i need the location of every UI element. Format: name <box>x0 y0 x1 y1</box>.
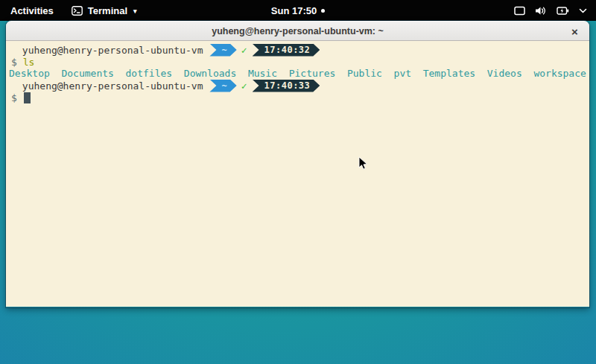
prompt-time-segment: 17:40:32 <box>253 44 320 57</box>
prompt-status-check-icon: ✓ <box>241 80 247 92</box>
chevron-down-icon <box>579 8 587 13</box>
command-line: $ ls <box>8 57 589 68</box>
text-cursor <box>24 92 31 103</box>
notification-dot-icon <box>321 9 325 13</box>
app-menu-terminal[interactable]: Terminal ▾ <box>64 0 145 21</box>
input-line[interactable]: $ <box>8 92 589 103</box>
prompt-status-check-icon: ✓ <box>241 45 247 56</box>
window-title: yuheng@henry-personal-ubuntu-vm: ~ <box>212 26 384 36</box>
app-menu-caret-icon: ▾ <box>133 7 137 15</box>
display-icon <box>514 6 525 16</box>
clock[interactable]: Sun 17:50 <box>271 5 317 16</box>
prompt-time-segment: 17:40:33 <box>253 80 320 92</box>
top-bar: Activities Terminal ▾ Sun 17:50 <box>0 0 596 21</box>
activities-button[interactable]: Activities <box>0 0 64 21</box>
command-text: ls <box>23 57 35 68</box>
mouse-pointer-icon <box>358 156 368 170</box>
close-button[interactable]: × <box>567 24 583 39</box>
terminal-icon <box>72 6 83 16</box>
prompt-line: yuheng@henry-personal-ubuntu-vm ~ ✓ 17:4… <box>8 79 589 92</box>
prompt-user-host: yuheng@henry-personal-ubuntu-vm <box>16 80 203 92</box>
app-menu-label: Terminal <box>88 5 127 16</box>
prompt-symbol: $ <box>11 92 17 103</box>
terminal-content[interactable]: yuheng@henry-personal-ubuntu-vm ~ ✓ 17:4… <box>6 41 589 307</box>
system-indicators[interactable] <box>514 0 596 21</box>
prompt-line: yuheng@henry-personal-ubuntu-vm ~ ✓ 17:4… <box>8 43 589 57</box>
directory-listing: Desktop Documents dotfiles Downloads Mus… <box>8 68 589 79</box>
prompt-symbol: $ <box>11 57 17 68</box>
battery-charging-icon <box>557 6 569 16</box>
prompt-user-host: yuheng@henry-personal-ubuntu-vm <box>16 45 203 56</box>
volume-icon <box>535 6 547 16</box>
prompt-path-segment: ~ <box>209 44 236 57</box>
window-titlebar[interactable]: yuheng@henry-personal-ubuntu-vm: ~ × <box>6 21 589 41</box>
prompt-path-segment: ~ <box>209 80 236 92</box>
activities-label: Activities <box>10 5 54 16</box>
terminal-window: yuheng@henry-personal-ubuntu-vm: ~ × yuh… <box>6 21 589 307</box>
